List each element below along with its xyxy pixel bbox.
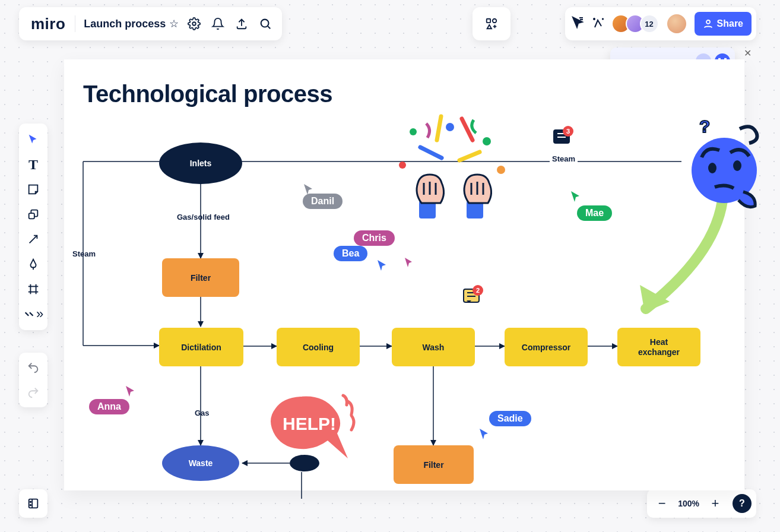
node-dictilation[interactable]: Dictilation	[159, 328, 243, 366]
collaborator-avatars[interactable]: 12	[611, 14, 659, 33]
svg-point-60	[708, 163, 716, 173]
svg-point-61	[733, 160, 741, 171]
svg-point-40	[446, 123, 454, 131]
star-icon[interactable]: ☆	[169, 17, 179, 30]
svg-rect-16	[29, 213, 34, 218]
person-icon	[703, 18, 714, 29]
reactions-icon[interactable]	[591, 15, 605, 32]
share-label: Share	[717, 18, 743, 29]
more-tools-icon[interactable]: »	[21, 302, 45, 326]
svg-line-47	[437, 116, 441, 140]
svg-line-50	[459, 152, 480, 160]
node-waste[interactable]: Waste	[162, 445, 239, 481]
zoom-controls: − 100% + ?	[647, 489, 756, 518]
node-inlets[interactable]: Inlets	[159, 142, 242, 184]
edge-label-steam-right: Steam	[550, 154, 578, 163]
top-bar-right: 12 Share	[565, 7, 756, 40]
cursor-follow-icon[interactable]	[571, 15, 585, 32]
node-heat-exchanger[interactable]: Heat exchanger	[617, 328, 700, 366]
board-name[interactable]: Launch process	[78, 18, 169, 30]
sticky-note-tool-icon[interactable]	[21, 178, 45, 201]
undo-redo-panel	[19, 353, 47, 407]
canvas-frame[interactable]: Technological process Steam Steam Gas/	[64, 59, 744, 490]
line-tool-icon[interactable]	[21, 227, 45, 251]
top-bar-left: miro Launch process ☆	[19, 7, 282, 40]
node-filter-top[interactable]: Filter	[162, 258, 239, 297]
export-icon[interactable]	[230, 12, 253, 36]
svg-text:?: ?	[699, 116, 710, 136]
svg-point-5	[493, 19, 496, 23]
timer-close-icon[interactable]: ✕	[744, 48, 752, 59]
notifications-icon[interactable]	[206, 12, 230, 36]
help-button[interactable]: ?	[733, 494, 752, 513]
divider	[75, 15, 75, 32]
edge-label-gas-solid: Gas/solid feed	[177, 213, 230, 221]
text-tool-icon[interactable]: T	[21, 153, 45, 176]
edge-label-gas: Gas	[195, 408, 210, 417]
svg-line-17	[30, 236, 37, 243]
svg-point-25	[30, 501, 31, 502]
zoom-out-button[interactable]: −	[652, 493, 672, 514]
svg-line-48	[462, 119, 473, 140]
svg-rect-23	[29, 499, 38, 508]
svg-point-44	[497, 166, 505, 174]
svg-rect-4	[487, 19, 490, 23]
comment-count: 3	[563, 126, 573, 137]
node-wash[interactable]: Wash	[392, 328, 475, 366]
comment-bubble[interactable]: 3	[553, 129, 570, 144]
svg-point-14	[706, 20, 710, 24]
pen-tool-icon[interactable]	[21, 252, 45, 276]
svg-point-42	[483, 137, 491, 145]
frames-panel-button[interactable]	[19, 489, 47, 518]
svg-point-26	[30, 505, 31, 506]
share-button[interactable]: Share	[695, 12, 752, 36]
svg-text:HELP!: HELP!	[283, 414, 336, 433]
comment-bubble[interactable]: 2	[463, 289, 480, 303]
left-toolbar: T »	[19, 124, 47, 330]
node-filter-bottom[interactable]: Filter	[394, 445, 474, 484]
avatar-count[interactable]: 12	[640, 14, 659, 33]
celebration-sticker[interactable]	[385, 106, 515, 218]
edge-label-steam-left: Steam	[72, 249, 96, 258]
apps-button[interactable]	[473, 7, 511, 40]
search-icon[interactable]	[253, 12, 277, 36]
node-compressor[interactable]: Compressor	[505, 328, 588, 366]
miro-logo[interactable]: miro	[24, 15, 72, 33]
my-avatar[interactable]	[667, 14, 686, 33]
help-speech-sticker[interactable]: HELP!	[264, 385, 359, 468]
svg-line-49	[420, 147, 442, 158]
svg-point-43	[399, 162, 406, 169]
settings-icon[interactable]	[182, 12, 206, 36]
frame-tool-icon[interactable]	[21, 277, 45, 301]
svg-point-2	[261, 20, 269, 27]
select-tool-icon[interactable]	[21, 128, 45, 151]
svg-line-3	[268, 26, 271, 28]
comment-count: 2	[473, 285, 483, 296]
zoom-level[interactable]: 100%	[676, 499, 702, 508]
thinking-face-sticker[interactable]: ?	[678, 122, 767, 211]
node-cooling[interactable]: Cooling	[277, 328, 360, 366]
undo-icon[interactable]	[21, 356, 45, 379]
zoom-in-button[interactable]: +	[705, 493, 725, 514]
svg-point-41	[410, 128, 417, 135]
shape-tool-icon[interactable]	[21, 202, 45, 226]
shapes-icon[interactable]	[480, 12, 503, 36]
svg-point-0	[193, 22, 196, 26]
redo-icon[interactable]	[21, 381, 45, 404]
